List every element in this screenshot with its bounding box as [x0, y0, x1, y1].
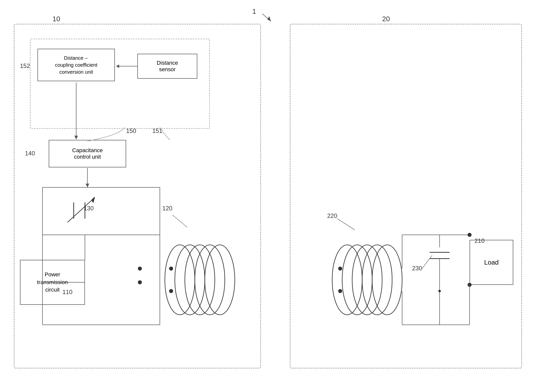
svg-point-37 [338, 267, 342, 271]
svg-marker-3 [116, 64, 119, 68]
svg-point-23 [138, 280, 142, 284]
svg-rect-8 [42, 187, 160, 235]
svg-point-35 [362, 245, 392, 315]
svg-marker-1 [267, 16, 271, 21]
svg-point-24 [165, 245, 195, 315]
svg-line-31 [172, 215, 187, 227]
svg-point-33 [342, 245, 372, 315]
svg-point-52 [438, 290, 441, 292]
svg-point-26 [185, 245, 215, 315]
svg-point-28 [205, 245, 235, 315]
diagram-svg [0, 0, 534, 392]
svg-point-25 [175, 245, 205, 315]
svg-point-34 [352, 245, 382, 315]
svg-line-11 [67, 197, 95, 222]
svg-line-53 [422, 255, 432, 269]
svg-marker-7 [86, 184, 89, 187]
svg-point-32 [332, 245, 362, 315]
svg-point-30 [169, 289, 173, 293]
svg-point-36 [372, 245, 402, 315]
svg-marker-5 [74, 136, 78, 139]
svg-line-39 [337, 219, 355, 230]
svg-point-22 [138, 267, 142, 271]
diagram: 1 10 20 Distance→coupling coefficientcon… [0, 0, 534, 392]
svg-point-38 [338, 289, 342, 293]
svg-point-42 [468, 233, 472, 237]
svg-point-29 [169, 267, 173, 271]
svg-point-27 [195, 245, 225, 315]
